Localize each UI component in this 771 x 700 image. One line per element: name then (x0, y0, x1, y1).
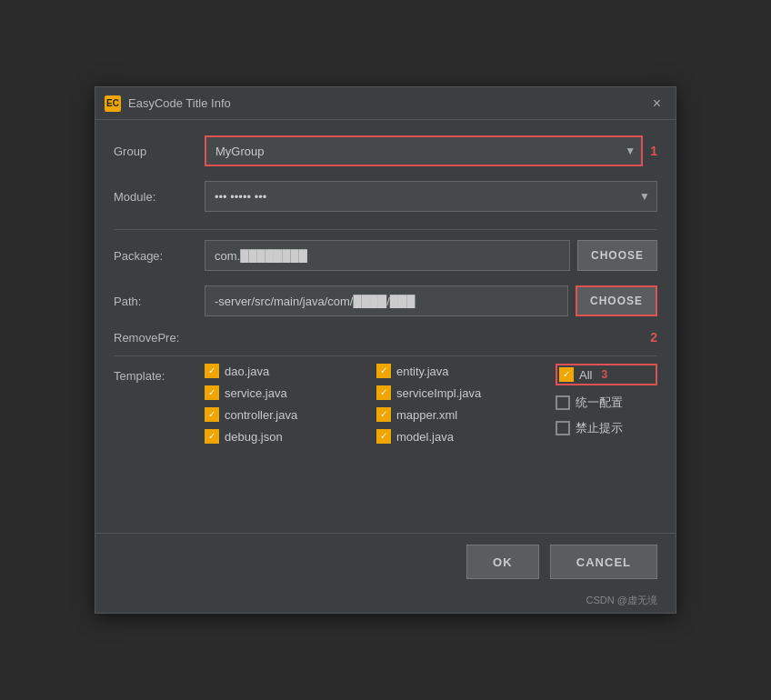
template-item-label: serviceImpl.java (396, 386, 481, 400)
module-select-wrapper: ••• ••••• ••• ▼ (205, 181, 657, 212)
checkbox-mapper[interactable]: ✓ (376, 407, 391, 422)
template-item-label: entity.java (396, 365, 449, 378)
path-row: Path: CHOOSE (114, 285, 657, 317)
all-checkbox-item: ✓ All 3 (556, 364, 657, 385)
module-select[interactable]: ••• ••••• ••• (205, 181, 657, 212)
template-row: Template: ✓ dao.java ✓ service.java (114, 364, 657, 444)
extra-label-2: 禁止提示 (576, 420, 623, 436)
module-label: Module: (114, 190, 205, 204)
checkbox-disable-tip[interactable] (556, 421, 570, 435)
template-item-label: controller.java (225, 408, 297, 422)
template-col-3: ✓ All 3 统一配置 禁止提示 (548, 364, 657, 444)
list-item: ✓ entity.java (376, 364, 548, 378)
package-label: Package: (114, 249, 205, 263)
checkbox-model[interactable]: ✓ (376, 429, 391, 444)
module-row: Module: ••• ••••• ••• ▼ (114, 180, 657, 213)
dialog-body: Group MyGroup ▼ 1 Module: ••• ••••• ••• (95, 120, 676, 533)
separator-2 (114, 355, 657, 356)
badge-1: 1 (650, 144, 657, 158)
template-item-label: mapper.xml (396, 408, 457, 422)
list-item: ✓ model.java (376, 429, 548, 444)
template-col-1: ✓ dao.java ✓ service.java ✓ controller.j… (205, 364, 376, 444)
path-row-inner: CHOOSE (205, 285, 657, 316)
checkbox-debug[interactable]: ✓ (205, 429, 219, 444)
group-select[interactable]: MyGroup (205, 135, 643, 166)
list-item: 统一配置 (556, 395, 657, 411)
group-label: Group (114, 145, 205, 158)
path-input[interactable] (205, 285, 568, 316)
list-item: ✓ mapper.xml (376, 407, 548, 422)
separator-1 (114, 229, 657, 230)
removepre-row: RemovePre: 2 (114, 330, 657, 345)
list-item: ✓ debug.json (205, 429, 376, 444)
dialog-title: EasyCode Title Info (128, 96, 231, 110)
list-item: ✓ serviceImpl.java (376, 385, 548, 400)
checkbox-unified[interactable] (556, 395, 570, 410)
path-label: Path: (114, 295, 205, 308)
dialog-footer: OK CANCEL (95, 533, 676, 590)
package-choose-button[interactable]: CHOOSE (577, 240, 657, 271)
close-button[interactable]: × (647, 95, 666, 113)
badge-2: 2 (650, 330, 657, 345)
package-input[interactable] (205, 240, 570, 271)
template-label: Template: (114, 369, 205, 383)
ok-button[interactable]: OK (466, 545, 539, 579)
list-item: ✓ dao.java (205, 364, 376, 378)
template-content: ✓ dao.java ✓ service.java ✓ controller.j… (205, 364, 657, 444)
checkbox-service[interactable]: ✓ (205, 385, 219, 400)
module-control: ••• ••••• ••• ▼ (205, 181, 657, 212)
all-label: All (579, 368, 592, 382)
list-item: ✓ controller.java (205, 407, 376, 422)
group-select-wrapper: MyGroup ▼ (205, 135, 643, 166)
cancel-button[interactable]: CANCEL (550, 545, 657, 579)
package-row: Package: CHOOSE (114, 239, 657, 272)
package-control: CHOOSE (205, 240, 657, 271)
path-control: CHOOSE (205, 285, 657, 316)
list-item: ✓ service.java (205, 385, 376, 400)
extra-label-1: 统一配置 (576, 395, 623, 411)
checkbox-entity[interactable]: ✓ (376, 364, 391, 378)
app-icon: EC (105, 95, 121, 112)
template-col-2: ✓ entity.java ✓ serviceImpl.java ✓ mappe… (376, 364, 548, 444)
checkbox-dao[interactable]: ✓ (205, 364, 219, 378)
group-row: Group MyGroup ▼ 1 (114, 135, 657, 167)
watermark: CSDN @虚无境 (95, 590, 676, 613)
titlebar-left: EC EasyCode Title Info (105, 95, 231, 112)
titlebar: EC EasyCode Title Info × (95, 87, 676, 120)
template-item-label: service.java (225, 386, 287, 400)
checkbox-serviceimpl[interactable]: ✓ (376, 385, 391, 400)
package-row-inner: CHOOSE (205, 240, 657, 271)
template-item-label: debug.json (225, 430, 283, 444)
removepre-right: 2 (205, 330, 657, 345)
path-choose-button[interactable]: CHOOSE (576, 285, 657, 316)
dialog: EC EasyCode Title Info × Group MyGroup ▼… (95, 86, 676, 614)
badge-3: 3 (601, 368, 607, 381)
checkbox-all[interactable]: ✓ (559, 367, 574, 382)
removepre-label: RemovePre: (114, 331, 205, 345)
template-item-label: dao.java (225, 365, 269, 378)
list-item: 禁止提示 (556, 420, 657, 436)
checkbox-controller[interactable]: ✓ (205, 407, 219, 422)
group-control: MyGroup ▼ (205, 135, 643, 166)
template-item-label: model.java (396, 430, 454, 444)
